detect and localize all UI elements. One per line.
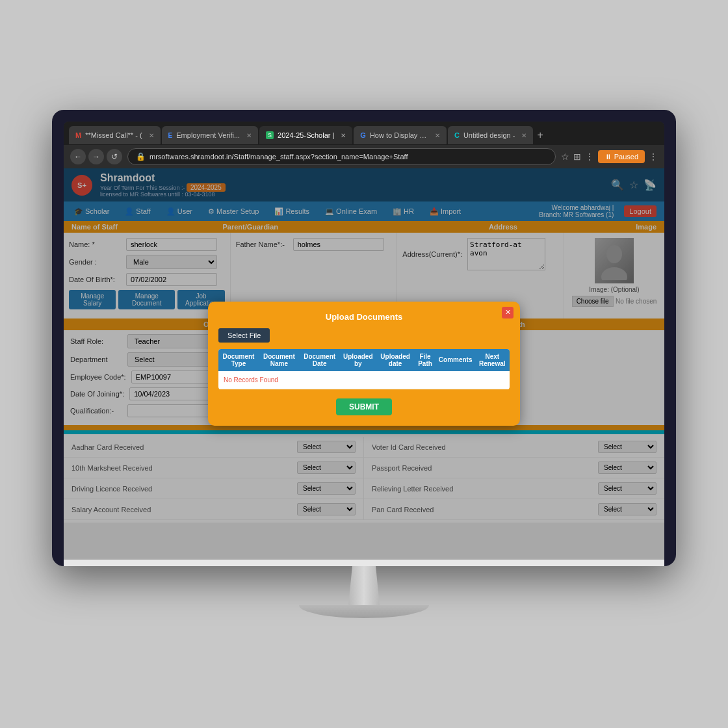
col-doc-date: Document Date [300, 349, 340, 371]
tab-employment[interactable]: E Employment Verifi... ✕ [162, 126, 259, 144]
no-records-text: No Records Found [218, 371, 510, 389]
bookmark-icon[interactable]: ☆ [561, 151, 569, 162]
url-text: mrsoftwares.shramdoot.in/Staff/manage_st… [150, 153, 408, 161]
tab-label: 2024-25-Scholar | [278, 131, 334, 139]
col-comments: Comments [436, 349, 475, 371]
table-row-empty: No Records Found [218, 371, 510, 389]
col-next-renewal: Next Renewal [475, 349, 510, 371]
address-bar[interactable]: 🔒 mrsoftwares.shramdoot.in/Staff/manage_… [127, 148, 556, 165]
col-file-path: File Path [414, 349, 436, 371]
modal-title: Upload Documents [218, 312, 510, 322]
forward-button[interactable]: → [88, 149, 104, 164]
documents-table: Document Type Document Name Document Dat… [218, 349, 510, 389]
tab-label: **Missed Call** - ( [85, 131, 142, 139]
col-doc-name: Document Name [259, 349, 300, 371]
paused-button[interactable]: ⏸ Paused [598, 150, 645, 163]
col-doc-type: Document Type [218, 349, 259, 371]
tab-close-icon[interactable]: ✕ [521, 132, 526, 139]
tab-scholar[interactable]: S 2024-25-Scholar | ✕ [259, 126, 352, 144]
tab-label: Untitled design - [463, 131, 515, 139]
tab-close-icon[interactable]: ✕ [435, 132, 440, 139]
menu-icon[interactable]: ⋮ [649, 151, 658, 162]
col-uploaded-date: Uploaded date [376, 349, 414, 371]
tab-close-icon[interactable]: ✕ [149, 132, 154, 139]
stand-neck [344, 566, 384, 605]
back-button[interactable]: ← [70, 149, 86, 164]
paused-icon: ⏸ [604, 153, 612, 161]
stand-base [299, 605, 429, 618]
tab-google[interactable]: G How to Display Yo... ✕ [354, 126, 447, 144]
tab-label: How to Display Yo... [370, 131, 428, 139]
monitor-bezel [64, 558, 664, 566]
modal-overlay: Upload Documents ✕ Select File Document … [64, 168, 664, 558]
tab-label: Employment Verifi... [176, 131, 240, 139]
extensions-icon[interactable]: ⊞ [573, 151, 581, 162]
monitor-stand [299, 566, 429, 618]
select-file-button[interactable]: Select File [218, 328, 270, 343]
submit-button[interactable]: SUBMIT [336, 398, 392, 415]
tab-canva[interactable]: C Untitled design - ✕ [448, 126, 533, 144]
col-uploaded-by: Uploaded by [340, 349, 376, 371]
tab-close-icon[interactable]: ✕ [341, 132, 346, 139]
tab-close-icon[interactable]: ✕ [246, 132, 252, 139]
more-icon[interactable]: ⋮ [585, 151, 594, 162]
modal-close-button[interactable]: ✕ [502, 307, 514, 318]
upload-documents-modal: Upload Documents ✕ Select File Document … [208, 302, 520, 426]
new-tab-icon[interactable]: + [537, 129, 543, 141]
refresh-button[interactable]: ↺ [107, 149, 122, 164]
tab-gmail[interactable]: M **Missed Call** - ( ✕ [69, 126, 161, 144]
